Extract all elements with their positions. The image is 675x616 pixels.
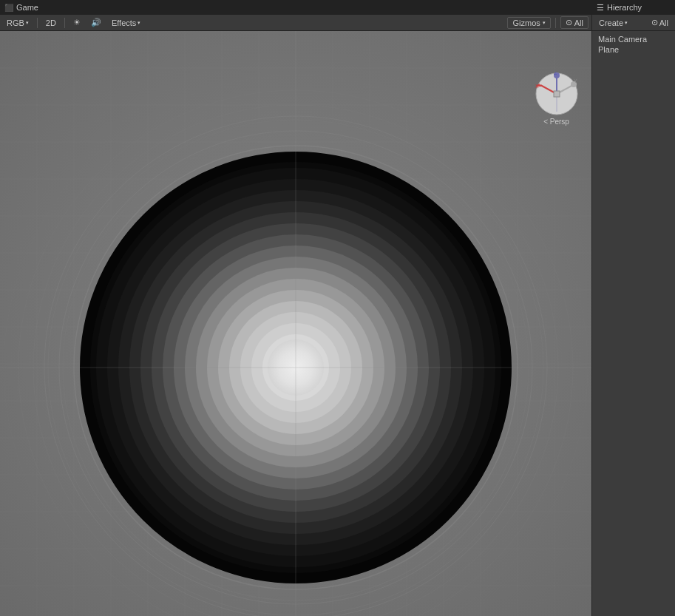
rgb-dropdown-arrow: ▾ [26, 20, 29, 26]
svg-text:Z: Z [554, 72, 557, 75]
sun-button[interactable]: ☀ [69, 17, 84, 28]
target-icon: ⊙ [566, 18, 572, 27]
create-dropdown-arrow: ▾ [625, 20, 628, 26]
viewport-grid [0, 31, 591, 616]
separator-2 [64, 18, 65, 28]
hierarchy-all-dropdown[interactable]: ⊙ All [648, 17, 672, 28]
gizmo-svg: Z X Y [535, 72, 579, 116]
rgb-dropdown[interactable]: RGB ▾ [3, 18, 33, 28]
audio-icon: 🔊 [91, 18, 101, 27]
gizmos-dropdown-arrow: ▾ [543, 20, 546, 26]
create-button[interactable]: Create ▾ [595, 18, 631, 28]
mode-2d-button[interactable]: 2D [42, 18, 60, 28]
gizmo-persp-label[interactable]: < Persp [543, 118, 569, 126]
hierarchy-item-plane[interactable]: Plane [598, 44, 669, 55]
hierarchy-title: Hierarchy [607, 3, 642, 12]
effects-dropdown-arrow: ▾ [138, 20, 140, 26]
gizmos-dropdown[interactable]: Gizmos ▾ [507, 17, 550, 29]
game-viewport: Z X Y < Persp [0, 31, 591, 616]
hierarchy-item-main-camera[interactable]: Main Camera [598, 34, 669, 44]
hierarchy-panel: ☰ Hierarchy Create ▾ ⊙ All Main Camera P… [591, 0, 675, 616]
gizmo-widget[interactable]: Z X Y [535, 72, 579, 116]
hierarchy-list-icon: ☰ [597, 3, 604, 13]
separator-3 [555, 18, 556, 28]
window-title: Game [16, 3, 38, 12]
separator-1 [37, 18, 38, 28]
target-h-icon: ⊙ [651, 18, 658, 27]
effects-dropdown[interactable]: Effects ▾ [108, 18, 144, 28]
title-bar: ⬛ Game ⬜ ☰ [0, 0, 675, 15]
game-toolbar: RGB ▾ 2D ☀ 🔊 Effects ▾ Gizmos ▾ ⊙ All [0, 15, 591, 31]
all-dropdown[interactable]: ⊙ All [560, 16, 588, 29]
hierarchy-header: ☰ Hierarchy [592, 0, 675, 15]
scene-gizmo[interactable]: Z X Y < Persp [532, 72, 580, 131]
hierarchy-item-list: Main Camera Plane [592, 31, 675, 616]
svg-text:Y: Y [574, 78, 577, 84]
svg-rect-75 [554, 91, 560, 97]
sun-icon: ☀ [73, 18, 81, 27]
audio-button[interactable]: 🔊 [87, 17, 105, 28]
game-icon: ⬛ [4, 4, 13, 12]
hierarchy-actions-bar: Create ▾ ⊙ All [592, 15, 675, 31]
svg-text:X: X [535, 84, 539, 89]
